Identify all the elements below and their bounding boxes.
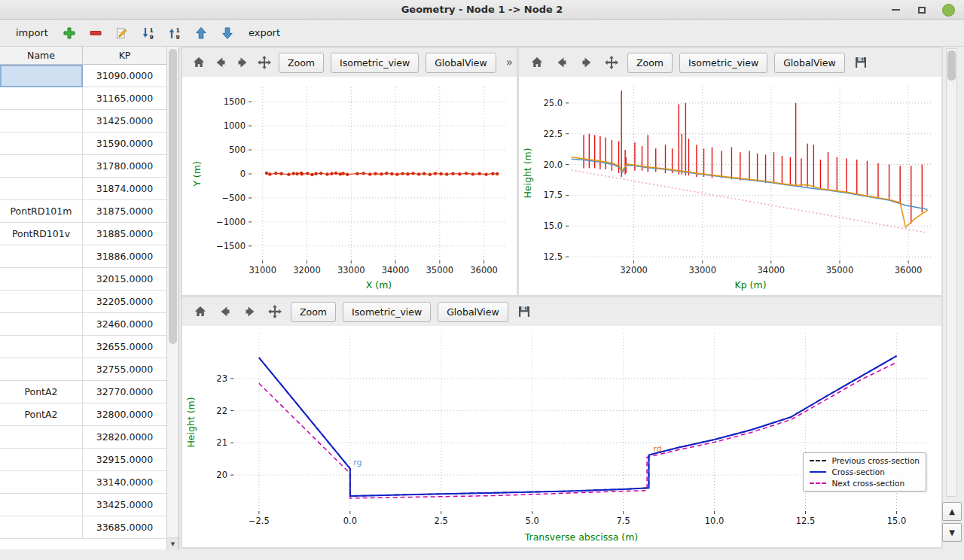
svg-text:36000: 36000 <box>895 265 923 275</box>
globalview-button[interactable]: GlobalView <box>426 53 496 73</box>
forward-button[interactable] <box>578 53 596 72</box>
pan-button[interactable] <box>266 303 284 321</box>
minimize-button[interactable] <box>889 3 902 17</box>
isometric-view-button[interactable]: Isometric_view <box>331 53 419 73</box>
name-cell[interactable]: PontA2 <box>0 403 83 426</box>
plan-view-chart[interactable]: 310003200033000340003500036000−1500−1000… <box>182 77 517 295</box>
kp-cell[interactable]: 32015.0000 <box>83 268 167 291</box>
zoom-button[interactable]: Zoom <box>627 53 673 73</box>
kp-cell[interactable]: 31874.0000 <box>83 178 167 200</box>
move-up-button[interactable] <box>192 24 210 42</box>
scroll-up-button[interactable]: ▲ <box>942 502 962 521</box>
name-cell[interactable] <box>0 132 83 155</box>
name-cell[interactable]: PontA2 <box>0 381 83 403</box>
profile-chart[interactable]: 320003300034000350003600012.515.017.520.… <box>519 77 941 295</box>
legend-item: Cross-section <box>810 467 920 476</box>
name-cell[interactable] <box>0 516 83 539</box>
kp-cell[interactable]: 31090.0000 <box>83 65 167 87</box>
table-scroll-down-button[interactable]: ▼ <box>167 537 178 549</box>
name-cell[interactable] <box>0 358 83 381</box>
name-cell[interactable] <box>0 426 83 449</box>
kp-cell[interactable]: 31780.0000 <box>83 155 167 178</box>
zoom-button[interactable]: Zoom <box>279 53 324 73</box>
kp-cell[interactable]: 32655.0000 <box>83 336 167 358</box>
name-cell[interactable] <box>0 471 83 494</box>
kp-cell[interactable]: 32820.0000 <box>83 426 167 449</box>
svg-text:0.0: 0.0 <box>343 516 357 526</box>
name-cell[interactable] <box>0 449 83 471</box>
name-cell[interactable] <box>0 291 83 313</box>
name-cell[interactable] <box>0 178 83 200</box>
save-figure-button[interactable] <box>515 303 533 321</box>
home-button[interactable] <box>191 53 206 72</box>
kp-cell[interactable]: 31875.0000 <box>83 200 167 223</box>
kp-cell[interactable]: 33425.0000 <box>83 494 167 516</box>
pan-button[interactable] <box>602 53 621 72</box>
add-row-button[interactable] <box>60 24 78 42</box>
scroll-down-button[interactable]: ▼ <box>942 523 962 542</box>
kp-cell[interactable]: 32755.0000 <box>83 358 167 381</box>
move-down-button[interactable] <box>218 24 236 42</box>
globalview-button[interactable]: GlobalView <box>774 53 845 73</box>
name-cell[interactable]: PontRD101m <box>0 200 83 223</box>
table-header-name[interactable]: Name <box>0 47 83 64</box>
restore-button[interactable] <box>915 3 929 17</box>
name-cell[interactable] <box>0 245 83 268</box>
window-scrollbar-thumb[interactable] <box>947 50 956 81</box>
pan-move-icon <box>267 304 282 319</box>
sort-descending-button[interactable]: 1 9 <box>166 24 184 42</box>
name-cell[interactable] <box>0 65 83 87</box>
kp-cell[interactable]: 32915.0000 <box>83 449 167 471</box>
back-button[interactable] <box>213 53 228 72</box>
import-button[interactable]: import <box>12 25 52 41</box>
kp-cell[interactable]: 33140.0000 <box>83 471 167 494</box>
table-scrollbar[interactable]: ▼ <box>166 47 178 549</box>
home-icon <box>529 55 545 70</box>
save-figure-button[interactable] <box>852 53 870 72</box>
edit-row-button[interactable] <box>113 24 131 42</box>
kp-cell[interactable]: 33685.0000 <box>83 516 167 539</box>
name-cell[interactable] <box>0 110 83 132</box>
name-cell[interactable] <box>0 336 83 358</box>
kp-cell[interactable]: 31165.0000 <box>83 87 167 110</box>
back-button[interactable] <box>553 53 571 72</box>
titlebar[interactable]: Geometry - Node 1 -> Node 2 <box>0 0 964 20</box>
pan-button[interactable] <box>257 53 272 72</box>
name-cell[interactable] <box>0 87 83 110</box>
kp-cell[interactable]: 31885.0000 <box>83 223 167 245</box>
home-button[interactable] <box>191 303 209 321</box>
toolbar-overflow-button[interactable]: » <box>503 56 516 69</box>
home-button[interactable] <box>528 53 546 72</box>
sort-ascending-button[interactable]: 1 9 <box>139 24 157 42</box>
kp-cell[interactable]: 32460.0000 <box>83 313 167 336</box>
close-button[interactable] <box>941 3 955 17</box>
export-button[interactable]: export <box>245 25 284 41</box>
back-button[interactable] <box>216 303 234 321</box>
kp-cell[interactable]: 31425.0000 <box>83 110 167 132</box>
kp-cell[interactable]: 32205.0000 <box>83 291 167 313</box>
plus-icon <box>62 26 77 41</box>
isometric-view-button[interactable]: Isometric_view <box>343 302 431 322</box>
table-header-kp[interactable]: KP <box>83 47 167 64</box>
name-cell[interactable]: PontRD101v <box>0 223 83 245</box>
name-cell[interactable] <box>0 494 83 516</box>
name-cell[interactable] <box>0 313 83 336</box>
globalview-button[interactable]: GlobalView <box>438 302 508 322</box>
svg-text:35000: 35000 <box>426 265 454 275</box>
table-row: 33140.0000 <box>0 471 167 494</box>
name-cell[interactable] <box>0 155 83 178</box>
kp-cell[interactable]: 31886.0000 <box>83 245 167 268</box>
isometric-view-button[interactable]: Isometric_view <box>679 53 767 73</box>
zoom-button[interactable]: Zoom <box>291 302 336 322</box>
legend-label: Cross-section <box>831 467 884 476</box>
table-scrollbar-thumb[interactable] <box>169 49 177 344</box>
cross-section-chart[interactable]: −2.50.02.55.07.510.012.515.020212223rgrd… <box>182 326 941 547</box>
kp-cell[interactable]: 32770.0000 <box>83 381 167 403</box>
kp-cell[interactable]: 32800.0000 <box>83 403 167 426</box>
forward-button[interactable] <box>241 303 259 321</box>
kp-cell[interactable]: 31590.0000 <box>83 132 167 155</box>
name-cell[interactable] <box>0 268 83 291</box>
forward-button[interactable] <box>235 53 250 72</box>
remove-row-button[interactable] <box>87 24 105 42</box>
window-scrollbar[interactable] <box>946 48 957 497</box>
